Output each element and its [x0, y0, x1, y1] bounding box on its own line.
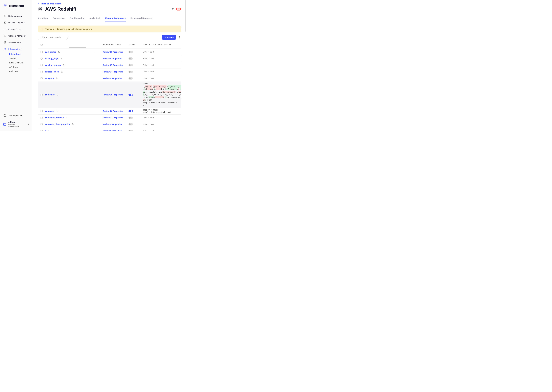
access-toggle[interactable] [129, 110, 133, 112]
svg-point-32 [62, 72, 62, 73]
access-toggle[interactable] [129, 57, 133, 60]
ask-question-link[interactable]: Ask a question [3, 113, 29, 119]
search-add-filter-icon[interactable]: + [67, 36, 68, 39]
tab-manage-datapoints[interactable]: Manage Datapoints [105, 16, 126, 22]
sidebar-item-privacy-requests[interactable]: Privacy Requests [1, 20, 31, 26]
row-checkbox[interactable] [41, 51, 43, 53]
globe-icon [3, 14, 6, 17]
row-checkbox[interactable] [41, 123, 43, 125]
back-link[interactable]: Back to Integrations [38, 3, 61, 5]
sidebar-item-assessments[interactable]: Assessments [1, 39, 31, 45]
table-row: customerReview 18 PropertiesSELECT c_log… [38, 82, 181, 108]
warning-icon [41, 28, 43, 30]
datapoint-name-link[interactable]: date [45, 130, 50, 131]
cube-icon [3, 48, 6, 50]
select-all-checkbox[interactable] [41, 44, 43, 46]
review-properties-link[interactable]: Review 18 Properties [103, 94, 123, 96]
datapoint-name-link[interactable]: category [45, 77, 54, 79]
review-properties-link[interactable]: Review 4 Properties [103, 77, 122, 79]
datapoint-name-link[interactable]: catalog_sales [45, 71, 59, 73]
search-input[interactable] [41, 36, 66, 38]
sidebar-item-consent-manager[interactable]: Consent Manager [1, 33, 31, 39]
svg-rect-6 [4, 28, 6, 30]
tab-activities[interactable]: Activities [38, 16, 48, 22]
row-checkbox[interactable] [41, 110, 43, 112]
row-checkbox[interactable] [41, 71, 43, 73]
review-properties-link[interactable]: Review 8 Properties [103, 130, 122, 131]
review-properties-link[interactable]: Review 27 Properties [103, 64, 123, 66]
prepared-statement-cell[interactable]: Enter text [141, 123, 181, 126]
datapoint-name-link[interactable]: customer [45, 110, 54, 112]
sidebar-subitem-email-domains[interactable]: Email Domains [8, 61, 31, 65]
datapoint-name-link[interactable]: customer_address [45, 117, 64, 119]
svg-point-34 [57, 78, 58, 78]
svg-point-22 [59, 52, 60, 52]
review-properties-link[interactable]: Review 31 Properties [103, 51, 123, 53]
tab-connection[interactable]: Connection [53, 16, 65, 22]
row-checkbox[interactable] [41, 57, 43, 60]
datapoint-name-link[interactable]: customer [45, 94, 54, 96]
prepared-statement-cell[interactable]: Enter text [141, 71, 181, 73]
row-checkbox[interactable] [41, 117, 43, 119]
create-button[interactable]: Create [162, 35, 176, 40]
access-toggle[interactable] [129, 123, 133, 126]
sidebar-item-data-mapping[interactable]: Data Mapping [1, 13, 31, 19]
tab-processed-requests[interactable]: Processed Requests [131, 16, 153, 22]
datapoint-name-link[interactable]: call_center [45, 51, 56, 53]
access-toggle[interactable] [129, 71, 133, 73]
review-properties-link[interactable]: Review 26 Properties [103, 110, 123, 112]
tab-audit-trail[interactable]: Audit Trail [89, 16, 100, 22]
review-properties-link[interactable]: Review 13 Properties [103, 117, 123, 119]
shield-icon [3, 34, 6, 37]
sidebar-subitem-attributes[interactable]: Attributes [8, 69, 31, 73]
prepared-statement-cell[interactable]: Enter text [141, 130, 181, 131]
org-switcher[interactable]: eShopIt Anthony Abercrombie [3, 119, 29, 129]
svg-point-40 [58, 111, 58, 111]
svg-point-23 [59, 52, 60, 53]
review-properties-link[interactable]: Review 34 Properties [103, 71, 123, 73]
vertical-scrollbar[interactable] [185, 0, 187, 131]
prepared-statement-cell[interactable]: Enter text [141, 77, 181, 79]
prepared-statement-cell[interactable]: Enter text [141, 64, 181, 66]
notification-count-badge[interactable]: 273 [176, 8, 181, 10]
sidebar-item-infrastructure[interactable]: Infrastructure [1, 46, 31, 52]
prepared-statement-cell[interactable]: Enter text [141, 57, 181, 60]
sidebar-subitem-sombra[interactable]: Sombra [8, 56, 31, 61]
horizontal-scrollbar-top[interactable] [38, 47, 181, 48]
svg-point-43 [67, 118, 67, 118]
brand-logo[interactable]: Transcend [0, 4, 32, 12]
sidebar-subitem-integrations[interactable]: Integrations [8, 52, 31, 56]
access-toggle[interactable] [129, 130, 133, 131]
datapoint-name-link[interactable]: customer_demographics [45, 123, 70, 126]
prepared-statement-cell[interactable]: Enter text [141, 117, 181, 119]
access-toggle[interactable] [129, 51, 133, 53]
access-toggle[interactable] [129, 94, 133, 96]
access-toggle[interactable] [129, 77, 133, 79]
svg-point-37 [58, 94, 58, 95]
access-toggle[interactable] [129, 117, 133, 119]
row-checkbox[interactable] [41, 94, 43, 96]
prepared-statement-cell[interactable]: Enter text [141, 51, 181, 53]
sidebar-item-label: Data Mapping [8, 15, 22, 17]
datapoint-name-link[interactable]: catalog_returns [45, 64, 61, 66]
tab-configuration[interactable]: Configuration [70, 16, 85, 22]
row-checkbox[interactable] [41, 130, 43, 131]
svg-point-14 [39, 7, 42, 8]
more-actions-button[interactable] [178, 35, 181, 39]
sidebar-subitem-api-keys[interactable]: API Keys [8, 65, 31, 69]
svg-point-35 [57, 79, 58, 79]
svg-point-19 [179, 37, 180, 37]
datapoint-name-link[interactable]: catalog_page [45, 57, 58, 60]
row-checkbox[interactable] [41, 77, 43, 79]
prepared-statement-cell[interactable]: SELECT c_login,c_preferred_cust_flag,c_c… [141, 83, 181, 107]
search-box[interactable]: + [38, 35, 67, 40]
table-row: catalog_returnsReview 27 PropertiesEnter… [38, 62, 181, 68]
row-checkbox[interactable] [41, 64, 43, 66]
sidebar-item-label: Consent Manager [8, 35, 25, 37]
sidebar-item-privacy-center[interactable]: Privacy Center [1, 26, 31, 32]
access-toggle[interactable] [129, 64, 133, 66]
review-properties-link[interactable]: Review 9 Properties [103, 57, 122, 60]
review-properties-link[interactable]: Review 9 Properties [103, 123, 122, 126]
prepared-statement-cell[interactable]: SELECT * FROM sample_data_dev.tpch.cust [141, 109, 181, 113]
bell-icon[interactable] [172, 8, 174, 10]
